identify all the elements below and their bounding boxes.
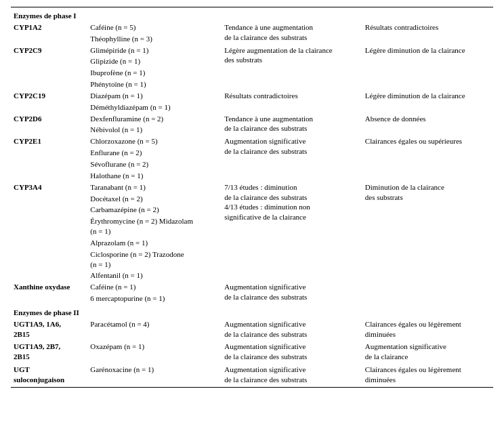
substrate-cell: Caféine (n = 5) bbox=[87, 22, 222, 33]
section-header-row: Enzymes de phase I bbox=[11, 7, 493, 22]
col4-cell: Clairances égales ou légèrementdiminuées bbox=[362, 319, 493, 340]
col4-cell: Diminution de la clairancedes substrats bbox=[362, 182, 493, 282]
col3-cell: Tendance à une augmentationde la clairan… bbox=[222, 113, 362, 136]
col3-cell: Résultats contradictoires bbox=[222, 90, 362, 113]
col4-cell: Légère diminution de la clairance bbox=[362, 90, 493, 113]
col3-cell: Augmentation significativede la clairanc… bbox=[222, 319, 362, 340]
substrate-cell: Alprazolam (n = 1) bbox=[87, 237, 222, 249]
substrate-cell: Dexfenfluramine (n = 2) bbox=[87, 113, 222, 125]
substrate-cell: Théophylline (n = 3) bbox=[87, 33, 222, 45]
table-row bbox=[11, 386, 493, 388]
substrate-cell: Carbamazépine (n = 2) bbox=[87, 204, 222, 216]
substrate-cell: Paracétamol (n = 4) bbox=[87, 319, 222, 340]
substrate-cell: Glipizide (n = 1) bbox=[87, 56, 222, 67]
substrate-cell: Érythromycine (n = 2) Midazolam(n = 1) bbox=[87, 216, 222, 237]
substrate-cell: Taranabant (n = 1) bbox=[87, 182, 222, 193]
col4-cell: Clairances égales ou supérieures bbox=[362, 136, 493, 181]
table-row: UGTsuloconjugaisonGarénoxacine (n = 1)Au… bbox=[11, 364, 493, 386]
table-row: CYP2C9Glimépiride (n = 1)Légère augmenta… bbox=[11, 45, 493, 56]
col3-cell: Augmentation significativede la clairanc… bbox=[222, 281, 362, 304]
col3-cell: Tendance à une augmentationde la clairan… bbox=[222, 22, 362, 45]
substrate-cell: Diazépam (n = 1) bbox=[87, 90, 222, 102]
col3-cell: Légère augmentation de la clairancedes s… bbox=[222, 45, 362, 90]
table-row: Xanthine oxydaseCaféine (n = 1)Augmentat… bbox=[11, 281, 493, 293]
enzyme-cell: UGTsuloconjugaison bbox=[11, 364, 87, 386]
section-header-row: Enzymes de phase II bbox=[11, 304, 493, 319]
enzyme-cell: CYP2C19 bbox=[11, 90, 87, 113]
enzyme-cell: CYP3A4 bbox=[11, 182, 87, 282]
table-row: CYP2C19Diazépam (n = 1)Résultats contrad… bbox=[11, 90, 493, 102]
substrate-cell: Caféine (n = 1) bbox=[87, 281, 222, 293]
col4-cell: Résultats contradictoires bbox=[362, 22, 493, 45]
substrate-cell: Garénoxacine (n = 1) bbox=[87, 364, 222, 386]
enzyme-cell: Xanthine oxydase bbox=[11, 281, 87, 304]
substrate-cell: Phénytoïne (n = 1) bbox=[87, 79, 222, 90]
col3-cell: 7/13 études : diminutionde la clairance … bbox=[222, 182, 362, 282]
enzyme-cell: CYP2D6 bbox=[11, 113, 87, 136]
substrate-cell: Halothane (n = 1) bbox=[87, 170, 222, 182]
col4-cell: Légère diminution de la clairance bbox=[362, 45, 493, 90]
enzyme-cell: UGT1A9, 2B7,2B15 bbox=[11, 341, 87, 363]
table-row: CYP3A4Taranabant (n = 1)7/13 études : di… bbox=[11, 182, 493, 193]
substrate-cell: Sévoflurane (n = 2) bbox=[87, 159, 222, 170]
enzyme-cell: CYP1A2 bbox=[11, 22, 87, 45]
substrate-cell: Nébivolol (n = 1) bbox=[87, 124, 222, 136]
col4-cell bbox=[362, 281, 493, 304]
substrate-cell: Glimépiride (n = 1) bbox=[87, 45, 222, 56]
col4-cell: Absence de données bbox=[362, 113, 493, 136]
substrate-cell: 6 mercaptopurine (n = 1) bbox=[87, 293, 222, 304]
substrate-cell: Oxazépam (n = 1) bbox=[87, 341, 222, 363]
substrate-cell: Ciclosporine (n = 2) Trazodone(n = 1) bbox=[87, 249, 222, 270]
col4-cell: Clairances égales ou légèrementdiminuées bbox=[362, 364, 493, 386]
table-row: UGT1A9, 2B7,2B15Oxazépam (n = 1)Augmenta… bbox=[11, 341, 493, 363]
enzyme-cell: CYP2C9 bbox=[11, 45, 87, 90]
col3-cell: Augmentation significativede la clairanc… bbox=[222, 341, 362, 363]
section-header-label: Enzymes de phase I bbox=[11, 7, 493, 22]
substrate-cell: Alfentanil (n = 1) bbox=[87, 270, 222, 281]
section-header-label: Enzymes de phase II bbox=[11, 304, 493, 319]
enzyme-cell: UGT1A9, 1A6,2B15 bbox=[11, 319, 87, 340]
col4-cell: Augmentation significativede la clairanc… bbox=[362, 341, 493, 363]
main-table: Enzymes de phase ICYP1A2Caféine (n = 5)T… bbox=[11, 7, 493, 388]
substrate-cell: Chlorzoxazone (n = 5) bbox=[87, 136, 222, 147]
table-row: CYP2D6Dexfenfluramine (n = 2)Tendance à … bbox=[11, 113, 493, 125]
enzyme-cell: CYP2E1 bbox=[11, 136, 87, 181]
table-row: CYP2E1Chlorzoxazone (n = 5)Augmentation … bbox=[11, 136, 493, 147]
substrate-cell: Déméthyldiazépam (n = 1) bbox=[87, 102, 222, 113]
substrate-cell: Enflurane (n = 2) bbox=[87, 147, 222, 159]
substrate-cell: Docétaxel (n = 2) bbox=[87, 193, 222, 205]
table-row: CYP1A2Caféine (n = 5)Tendance à une augm… bbox=[11, 22, 493, 33]
substrate-cell: Ibuprofène (n = 1) bbox=[87, 67, 222, 79]
col3-cell: Augmentation significativede la clairanc… bbox=[222, 364, 362, 386]
table-row: UGT1A9, 1A6,2B15Paracétamol (n = 4)Augme… bbox=[11, 319, 493, 340]
col3-cell: Augmentation significativede la clairanc… bbox=[222, 136, 362, 181]
